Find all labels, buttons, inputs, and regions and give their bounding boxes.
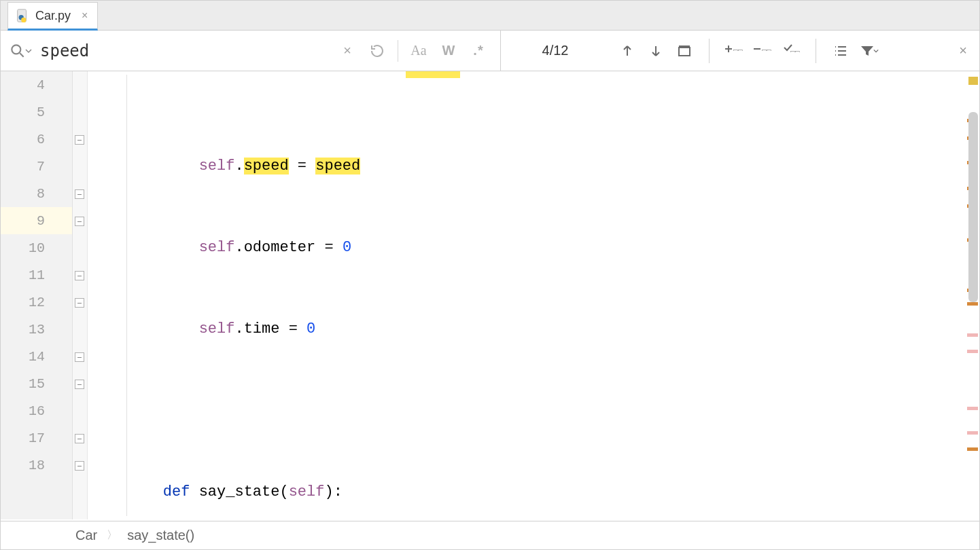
code-line[interactable]: def say_state(self): <box>127 479 979 506</box>
svg-text:⎴⎴: ⎴⎴ <box>762 49 771 57</box>
line-number: 7 <box>1 153 72 180</box>
line-number: 17 <box>1 424 72 452</box>
find-bar: × Aa W .* 4/12 ⎴⎴ ⎴⎴ ⎴⎴ × <box>1 31 979 71</box>
whole-word-toggle[interactable]: W <box>436 39 461 63</box>
line-number: 11 <box>1 261 72 289</box>
line-number: 10 <box>1 234 72 261</box>
breadcrumb-bar: Car 〉 say_state() <box>1 521 979 549</box>
line-number: 13 <box>1 316 72 343</box>
search-highlight: speed <box>315 158 360 175</box>
line-number: 14 <box>1 343 72 370</box>
scrollbar-thumb[interactable] <box>968 112 978 302</box>
clear-search-icon[interactable]: × <box>335 39 360 63</box>
line-number: 12 <box>1 289 72 316</box>
line-number: 16 <box>1 397 72 424</box>
match-case-toggle[interactable]: Aa <box>406 39 431 63</box>
code-line[interactable] <box>127 397 979 424</box>
marker-strip[interactable] <box>966 71 979 519</box>
tab-bar: Car.py × <box>1 1 979 31</box>
line-number: 18 <box>1 452 72 479</box>
tab-title: Car.py <box>35 9 71 23</box>
breadcrumb-item[interactable]: say_state() <box>127 528 194 543</box>
usage-marker[interactable] <box>967 407 978 410</box>
search-icon[interactable] <box>1 42 40 60</box>
remove-selection-icon[interactable]: ⎴⎴ <box>752 40 773 62</box>
line-number: 15 <box>1 370 72 397</box>
line-number: 4 <box>1 71 72 98</box>
breadcrumb-item[interactable]: Car <box>75 528 97 543</box>
svg-text:⎴⎴: ⎴⎴ <box>733 49 743 57</box>
search-history-icon[interactable] <box>365 39 389 63</box>
svg-line-4 <box>20 53 23 56</box>
python-file-icon <box>15 8 30 23</box>
svg-point-3 <box>12 45 20 54</box>
code-line[interactable]: self.speed = speed <box>127 153 979 180</box>
close-tab-icon[interactable]: × <box>82 10 88 22</box>
regex-toggle[interactable]: .* <box>466 39 491 63</box>
line-number: 8 <box>1 180 72 207</box>
filter-icon[interactable] <box>858 40 880 62</box>
prev-match-icon[interactable] <box>616 40 638 62</box>
gutter: 4 5 6 7 8 9 10 11 12 13 14 15 16 17 18 <box>1 71 73 519</box>
find-field-container: × Aa W .* <box>1 31 501 71</box>
svg-point-2 <box>21 18 26 22</box>
toggle-list-icon[interactable] <box>830 40 852 62</box>
add-selection-icon[interactable]: ⎴⎴ <box>723 40 745 62</box>
code-line[interactable]: self.time = 0 <box>127 316 979 343</box>
match-count: 4/12 <box>501 43 610 58</box>
svg-rect-6 <box>679 45 690 48</box>
chevron-right-icon: 〉 <box>107 528 118 543</box>
search-input[interactable] <box>40 31 335 71</box>
search-highlight <box>406 71 460 78</box>
editor-tab[interactable]: Car.py × <box>7 2 98 31</box>
select-all-occurrences-icon[interactable]: ⎴⎴ <box>780 40 802 62</box>
warning-marker[interactable] <box>968 77 978 85</box>
svg-rect-5 <box>679 48 690 56</box>
search-highlight: speed <box>244 158 289 175</box>
code-editor[interactable]: 4 5 6 7 8 9 10 11 12 13 14 15 16 17 18 s… <box>1 71 979 519</box>
next-match-icon[interactable] <box>645 40 667 62</box>
close-search-icon[interactable]: × <box>959 43 967 58</box>
usage-marker[interactable] <box>967 431 978 435</box>
code-line[interactable]: self.odometer = 0 <box>127 234 979 261</box>
select-all-icon[interactable] <box>673 40 695 62</box>
line-number: 6 <box>1 126 72 153</box>
svg-text:⎴⎴: ⎴⎴ <box>790 50 800 58</box>
search-marker[interactable] <box>967 302 978 306</box>
search-marker[interactable] <box>967 447 978 451</box>
line-number: 5 <box>1 98 72 126</box>
code-area[interactable]: self.speed = speed self.odometer = 0 sel… <box>73 71 979 519</box>
line-number: 9 <box>1 207 72 234</box>
usage-marker[interactable] <box>967 350 978 353</box>
usage-marker[interactable] <box>967 333 978 337</box>
